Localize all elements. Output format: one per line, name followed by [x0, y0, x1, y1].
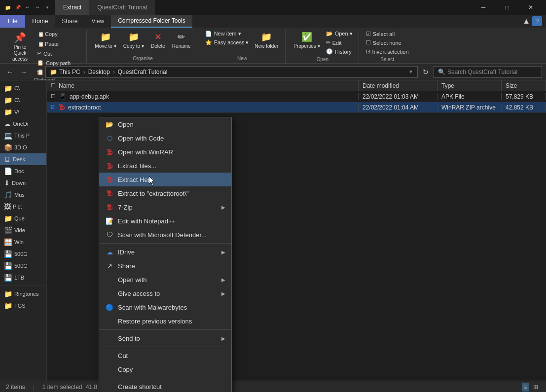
tab-extract[interactable]: Extract	[55, 0, 89, 15]
select-all-button[interactable]: ☑ Select all	[364, 30, 411, 38]
sidebar-item-documents[interactable]: 📄 Doc	[0, 165, 46, 177]
breadcrumb-desktop[interactable]: Desktop	[88, 69, 110, 75]
easy-access-button[interactable]: ⭐ Easy access ▾	[203, 38, 251, 47]
sidebar-item-1tb[interactable]: 💾 1TB	[0, 272, 46, 284]
breadcrumb-sep1: ›	[83, 69, 85, 75]
select-none-button[interactable]: ☐ Select none	[364, 38, 411, 47]
ctx-edit-notepad[interactable]: 📝 Edit with Notepad++	[99, 214, 231, 228]
sidebar-item-videos[interactable]: 🎬 Vide	[0, 224, 46, 236]
new-item-button[interactable]: 📄 New item ▾	[203, 30, 251, 38]
back-button[interactable]: ←	[4, 66, 16, 78]
move-to-button[interactable]: 📁 Move to ▾	[92, 30, 119, 51]
file-row-apk[interactable]: ☐ 📱 app-debug.apk 22/02/2022 01:03 AM AP…	[47, 91, 546, 102]
up-button[interactable]: ↑	[32, 66, 43, 78]
ctx-extract-here[interactable]: 🗜 Extract Here	[99, 173, 231, 186]
new-column: 📄 New item ▾ ⭐ Easy access ▾	[203, 30, 251, 47]
sidebar-item-c1[interactable]: 📁 C\	[0, 82, 46, 94]
tab-questcraft[interactable]: QuestCraft Tutorial	[89, 0, 155, 15]
properties-button[interactable]: ✅ Properties ▾	[291, 30, 323, 51]
ctx-send-to[interactable]: Send to ▶	[99, 331, 231, 345]
ctx-extract-to[interactable]: 🗜 Extract to "extracttoroot\"	[99, 186, 231, 200]
ctx-create-shortcut[interactable]: Create shortcut	[99, 380, 231, 392]
sidebar-item-que[interactable]: 📁 Que	[0, 213, 46, 224]
ctx-7zip[interactable]: 🗜 7-Zip ▶	[99, 200, 231, 214]
delete-button[interactable]: ✕ Delete	[148, 30, 168, 51]
ctx-idrive[interactable]: ☁ IDrive ▶	[99, 245, 231, 259]
sidebar-item-win[interactable]: 🪟 Win	[0, 236, 46, 248]
ctx-open-code[interactable]: ⬡ Open with Code	[99, 131, 231, 145]
open-btn[interactable]: 📂 Open ▾	[324, 30, 355, 38]
copy-to-button[interactable]: 📁 Copy to ▾	[120, 30, 147, 51]
sidebar-item-c2[interactable]: 📁 C\	[0, 94, 46, 106]
ctx-open[interactable]: 📂 Open	[99, 117, 231, 131]
ctx-scan-defender[interactable]: 🛡 Scan with Microsoft Defender...	[99, 228, 231, 242]
minimize-button[interactable]: ─	[472, 0, 495, 15]
sidebar-item-downloads[interactable]: ⬇ Down	[0, 177, 46, 189]
ctx-copy[interactable]: Copy	[99, 362, 231, 376]
tab-questcraft-label: QuestCraft Tutorial	[97, 4, 147, 11]
tab-file[interactable]: File	[0, 15, 25, 28]
organise-items: 📁 Move to ▾ 📁 Copy to ▾ ✕ Delete ✏ Renam…	[92, 30, 193, 55]
grid-view-icon[interactable]: ⊞	[531, 383, 540, 392]
ctx-share[interactable]: ↗ Share	[99, 259, 231, 273]
sidebar-icon-500g2: 💾	[4, 262, 12, 270]
ctx-restore[interactable]: Restore previous versions	[99, 314, 231, 328]
organise-label: Organise	[133, 55, 153, 61]
sidebar-item-tgs[interactable]: 📁 TGS	[0, 300, 46, 312]
sidebar-item-ringtones[interactable]: 📁 Ringtones	[0, 288, 46, 300]
tab-extract-label: Extract	[63, 4, 81, 11]
paste-button[interactable]: 📋 Paste	[35, 39, 82, 48]
search-bar[interactable]: 🔍 Search QuestCraft Tutorial	[434, 66, 542, 78]
pin-to-quickaccess-button[interactable]: 📌 Pin to Quick access	[6, 30, 34, 64]
tab-compressed[interactable]: Compressed Folder Tools	[111, 15, 192, 28]
col-header-size[interactable]: Size	[502, 80, 546, 91]
refresh-button[interactable]: ↻	[420, 66, 432, 78]
ctx-cut[interactable]: Cut	[99, 349, 231, 362]
sidebar-icon-thispc: 💻	[4, 132, 12, 140]
sidebar-item-500g2[interactable]: 💾 500G	[0, 260, 46, 272]
breadcrumb-this-pc[interactable]: This PC	[59, 69, 80, 75]
ctx-open-winrar[interactable]: 🗜 Open with WinRAR	[99, 145, 231, 159]
invert-selection-button[interactable]: ⊡ Invert selection	[364, 47, 411, 56]
forward-button[interactable]: →	[18, 66, 30, 78]
col-header-date[interactable]: Date modified	[359, 80, 437, 91]
sidebar-label-1tb: 1TB	[14, 275, 24, 281]
col-header-name[interactable]: ☐ Name	[47, 80, 359, 91]
breadcrumb-expand[interactable]: ▼	[408, 69, 413, 74]
tab-view[interactable]: View	[84, 15, 111, 28]
close-button[interactable]: ✕	[519, 0, 542, 15]
tab-home[interactable]: Home	[25, 15, 55, 28]
edit-button[interactable]: ✏ Edit	[324, 38, 355, 47]
file-checkbox-zip[interactable]: ☑	[51, 104, 56, 110]
rename-button[interactable]: ✏ Rename	[169, 30, 194, 51]
file-row-zip[interactable]: ☑ 🗜 extracttoroot 22/02/2022 01:04 AM Wi…	[47, 102, 546, 113]
detail-view-icon[interactable]: ≡	[522, 383, 529, 392]
sidebar-item-music[interactable]: 🎵 Mus	[0, 189, 46, 201]
question-icon[interactable]: ?	[532, 16, 542, 26]
maximize-button[interactable]: □	[496, 0, 518, 15]
sidebar-icon-music: 🎵	[4, 191, 12, 199]
window-controls: ─ □ ✕	[472, 0, 542, 15]
ctx-open-with[interactable]: Open with ▶	[99, 273, 231, 286]
breadcrumb-questcraft[interactable]: QuestCraft Tutorial	[118, 69, 168, 75]
cut-button[interactable]: ✂ Cut	[35, 49, 82, 58]
ctx-extract-files[interactable]: 🗜 Extract files...	[99, 159, 231, 173]
dropdown-icon[interactable]: ▼	[43, 3, 51, 11]
sidebar-item-desktop[interactable]: 🖥 Desk	[0, 153, 46, 165]
sidebar-item-3d[interactable]: 📦 3D O	[0, 142, 46, 153]
tab-share[interactable]: Share	[55, 15, 84, 28]
col-header-type[interactable]: Type	[437, 80, 502, 91]
help-icon[interactable]: ▲	[522, 17, 530, 26]
ctx-scan-malware[interactable]: 🔵 Scan with Malwarebytes	[99, 300, 231, 314]
breadcrumb[interactable]: 📁 This PC › Desktop › QuestCraft Tutoria…	[45, 66, 418, 78]
sidebar-item-onedrive[interactable]: ☁ OneDr	[0, 118, 46, 130]
new-folder-button[interactable]: 📁 New folder	[252, 30, 281, 51]
sidebar-item-pictures[interactable]: 🖼 Pict	[0, 201, 46, 213]
sidebar-item-500g1[interactable]: 💾 500G	[0, 248, 46, 260]
sidebar-item-thispc[interactable]: 💻 This P	[0, 130, 46, 142]
ctx-give-access[interactable]: Give access to ▶	[99, 286, 231, 300]
file-checkbox-apk[interactable]: ☐	[51, 93, 56, 100]
sidebar-item-v[interactable]: 📁 V\	[0, 106, 46, 118]
history-button[interactable]: 🕐 History	[324, 47, 355, 56]
copy-button[interactable]: 📋 Copy	[35, 30, 82, 38]
